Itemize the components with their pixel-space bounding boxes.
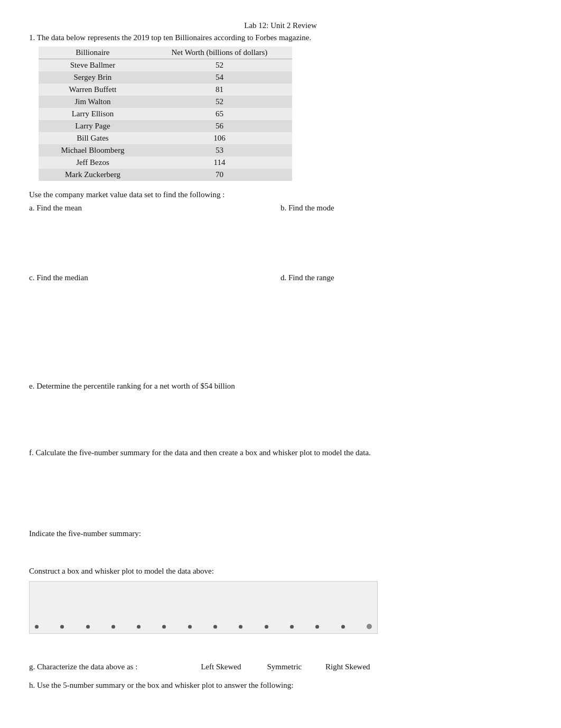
table-cell: Jim Walton <box>39 96 147 108</box>
characterize-row: g. Characterize the data above as : Left… <box>29 662 532 671</box>
col-header-networth: Net Worth (billions of dollars) <box>147 47 292 59</box>
part-g-label: g. Characterize the data above as : <box>29 662 137 671</box>
question1-intro: 1. The data below represents the 2019 to… <box>29 33 532 42</box>
table-row: Bill Gates106 <box>39 132 292 144</box>
part-a-label: a. Find the mean <box>29 204 270 213</box>
page-title: Lab 12: Unit 2 Review <box>29 21 532 30</box>
table-cell: Sergey Brin <box>39 71 147 84</box>
instructions: Use the company market value data set to… <box>29 190 532 199</box>
table-row: Michael Bloomberg53 <box>39 144 292 156</box>
tick-dot <box>239 625 242 629</box>
tick-dot <box>367 624 372 629</box>
dot-series <box>35 624 372 629</box>
table-cell: Steve Ballmer <box>39 59 147 72</box>
table-cell: Larry Ellison <box>39 108 147 120</box>
box-plot-label: Construct a box and whisker plot to mode… <box>29 567 532 576</box>
tick-dot <box>290 625 294 629</box>
table-cell: Warren Buffett <box>39 84 147 96</box>
part-b-label: b. Find the mode <box>280 204 532 213</box>
tick-dot <box>86 625 90 629</box>
tick-dot <box>137 625 141 629</box>
part-h-label: h. Use the 5-number summary or the box a… <box>29 681 532 690</box>
table-row: Larry Page56 <box>39 120 292 132</box>
tick-dot <box>162 625 166 629</box>
table-cell: 54 <box>147 71 292 84</box>
table-row: Mark Zuckerberg70 <box>39 169 292 181</box>
tick-dot <box>265 625 268 629</box>
table-cell: Mark Zuckerberg <box>39 169 147 181</box>
table-cell: 56 <box>147 120 292 132</box>
table-cell: Larry Page <box>39 120 147 132</box>
table-row: Sergey Brin54 <box>39 71 292 84</box>
table-cell: 52 <box>147 59 292 72</box>
table-row: Larry Ellison65 <box>39 108 292 120</box>
table-cell: 81 <box>147 84 292 96</box>
option-symmetric: Symmetric <box>253 662 316 671</box>
table-row: Warren Buffett81 <box>39 84 292 96</box>
axis-dots <box>35 625 372 628</box>
box-plot-area <box>29 581 378 634</box>
option-right-skewed: Right Skewed <box>316 662 379 671</box>
part-f-label: f. Calculate the five-number summary for… <box>29 448 532 457</box>
table-row: Steve Ballmer52 <box>39 59 292 72</box>
option-left-skewed: Left Skewed <box>189 662 253 671</box>
tick-dot <box>188 625 192 629</box>
tick-dot <box>213 625 217 629</box>
table-cell: 106 <box>147 132 292 144</box>
table-cell: 70 <box>147 169 292 181</box>
billionaires-table: Billionaire Net Worth (billions of dolla… <box>39 47 292 181</box>
tick-dot <box>60 625 64 629</box>
tick-dot <box>111 625 115 629</box>
part-d-label: d. Find the range <box>280 273 532 282</box>
table-cell: 53 <box>147 144 292 156</box>
tick-dot <box>35 625 39 629</box>
table-cell: 114 <box>147 156 292 169</box>
table-cell: Bill Gates <box>39 132 147 144</box>
tick-dot <box>341 625 345 629</box>
table-cell: Jeff Bezos <box>39 156 147 169</box>
col-header-billionaire: Billionaire <box>39 47 147 59</box>
table-cell: 65 <box>147 108 292 120</box>
table-cell: Michael Bloomberg <box>39 144 147 156</box>
tick-dot <box>315 625 319 629</box>
part-e-label: e. Determine the percentile ranking for … <box>29 382 532 391</box>
table-cell: 52 <box>147 96 292 108</box>
table-row: Jeff Bezos114 <box>39 156 292 169</box>
table-row: Jim Walton52 <box>39 96 292 108</box>
part-c-label: c. Find the median <box>29 273 270 282</box>
five-number-label: Indicate the five-number summary: <box>29 529 532 538</box>
